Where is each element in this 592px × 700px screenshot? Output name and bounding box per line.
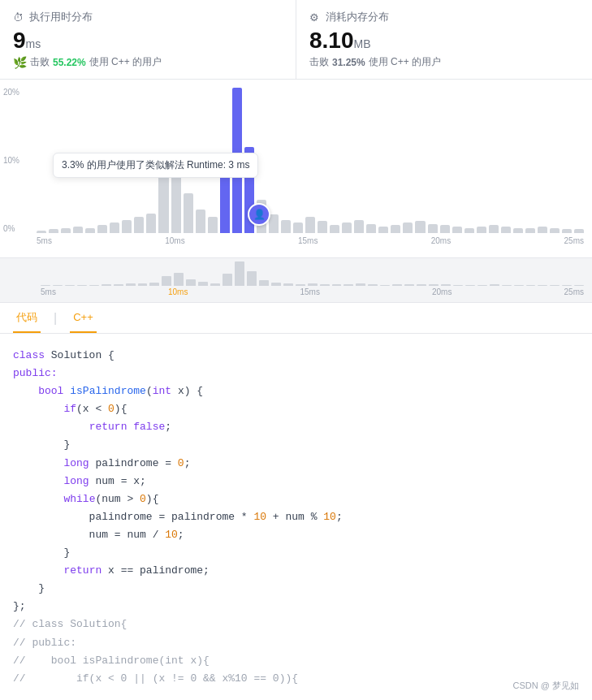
chart-bar <box>196 210 205 233</box>
x-label-10ms: 10ms <box>165 236 184 254</box>
chart-bar <box>342 223 352 233</box>
mini-chart-bar <box>320 284 330 286</box>
chart-bar <box>208 217 218 233</box>
code-line: // class Solution{ <box>13 616 579 633</box>
y-axis: 20% 10% 0% <box>0 80 28 257</box>
mini-chart-bar <box>89 285 99 286</box>
mini-x-axis: 5ms 10ms 15ms 20ms 25ms <box>0 286 592 300</box>
mini-chart-bar <box>562 285 572 286</box>
chart-bar <box>513 228 523 234</box>
mini-chart-bar <box>259 280 269 286</box>
code-line: } <box>13 544 579 562</box>
mini-chart-bar <box>441 284 451 286</box>
mini-chart-bar <box>574 285 584 286</box>
memory-value: 8.10MB <box>309 29 576 52</box>
mini-chart-bar <box>404 284 414 286</box>
chart-bar <box>281 220 291 233</box>
x-label-5ms: 5ms <box>37 236 52 254</box>
chart-bar <box>525 228 535 234</box>
mini-chart-bar <box>308 283 318 286</box>
mini-chart-bar <box>198 282 208 286</box>
mini-x-25ms: 25ms <box>564 287 584 300</box>
runtime-chart: 20% 10% 0% 3.3% 的用户使用了类似解法 Runtime: 3 ms… <box>0 80 592 258</box>
mini-chart: 5ms 10ms 15ms 20ms 25ms <box>0 258 592 303</box>
watermark: CSDN @ 梦见如 <box>513 680 579 692</box>
code-tabs: 代码 | C++ <box>0 303 592 334</box>
code-line: if(x < 0){ <box>13 400 579 418</box>
leaf-icon: 🌿 <box>13 56 27 69</box>
code-line: class Solution { <box>13 347 579 365</box>
x-axis: 5ms 10ms 15ms 20ms 25ms <box>28 233 592 254</box>
mini-chart-bar <box>247 271 257 286</box>
mini-chart-bar <box>344 284 353 286</box>
chart-bar <box>501 227 511 233</box>
code-line: long num = x; <box>13 473 579 490</box>
mini-chart-bar <box>271 283 281 286</box>
code-block: class Solution {public: bool isPalindrom… <box>0 334 592 700</box>
mini-chart-bar <box>114 284 123 286</box>
runtime-value: 9ms <box>13 29 279 52</box>
mini-chart-bar <box>41 285 50 286</box>
chart-bar <box>146 214 156 233</box>
code-line: // if(x < 0 || (x != 0 && x%10 == 0)){ <box>13 670 579 688</box>
x-label-20ms: 20ms <box>431 236 451 254</box>
top-panel: ⏱ 执行用时分布 9ms 🌿 击败 55.22% 使用 C++ 的用户 ⚙ 消耗… <box>0 0 592 80</box>
mini-x-15ms: 15ms <box>300 287 319 300</box>
chart-bar <box>452 227 462 233</box>
mini-chart-bar <box>465 285 475 286</box>
code-line: } <box>13 580 579 598</box>
code-line: return false; <box>13 418 579 436</box>
chart-bar <box>415 221 425 233</box>
runtime-title: ⏱ 执行用时分布 <box>13 10 279 24</box>
mini-chart-bar <box>186 279 196 286</box>
chart-bar <box>366 224 376 233</box>
runtime-sub: 🌿 击败 55.22% 使用 C++ 的用户 <box>13 55 279 69</box>
chart-bar <box>378 227 388 233</box>
mini-chart-bar <box>477 285 487 286</box>
mini-chart-bar <box>538 285 547 286</box>
code-line: while(num > 0){ <box>13 490 579 508</box>
chart-bar <box>85 228 95 234</box>
memory-block: ⚙ 消耗内存分布 8.10MB 击败 31.25% 使用 C++ 的用户 <box>296 0 592 79</box>
mini-chart-bar <box>356 283 365 286</box>
chart-bar <box>184 193 193 233</box>
mini-chart-bar <box>235 261 244 286</box>
code-line: bool isPalindrome(int x) { <box>13 382 579 400</box>
chart-bar <box>354 220 364 233</box>
chart-bar <box>465 228 474 234</box>
mini-x-20ms: 20ms <box>432 287 452 300</box>
mini-chart-bar <box>174 273 184 286</box>
chart-bar <box>330 225 339 233</box>
mini-chart-bar <box>392 284 402 286</box>
x-label-15ms: 15ms <box>298 236 318 254</box>
code-line: // public: <box>13 634 579 652</box>
clock-icon: ⏱ <box>13 11 24 23</box>
code-line: return x == palindrome; <box>13 562 579 580</box>
mini-chart-bar <box>77 285 87 286</box>
chart-bar <box>158 174 168 233</box>
mini-chart-bar <box>502 285 512 286</box>
mini-chart-bar <box>162 276 171 286</box>
mini-chart-bar <box>126 283 136 286</box>
chart-bar <box>477 227 486 233</box>
chart-bar <box>49 229 58 233</box>
chart-bar <box>403 223 413 233</box>
chart-bar <box>562 229 572 233</box>
mini-chart-bar <box>210 283 220 286</box>
mini-bars <box>0 258 592 286</box>
mini-chart-bar <box>526 285 536 286</box>
mini-chart-bar <box>417 284 426 286</box>
tab-code[interactable]: 代码 <box>13 303 41 333</box>
chart-bar <box>61 228 71 234</box>
chart-bar <box>110 223 119 233</box>
code-line: num = num / 10; <box>13 526 579 544</box>
mini-chart-bar <box>283 283 293 286</box>
mini-chart-bar <box>368 284 378 286</box>
mini-chart-bar <box>429 284 439 286</box>
tab-lang[interactable]: C++ <box>70 303 97 333</box>
mini-chart-bar <box>53 285 63 286</box>
runtime-block: ⏱ 执行用时分布 9ms 🌿 击败 55.22% 使用 C++ 的用户 <box>0 0 296 79</box>
mini-chart-bar <box>65 285 75 286</box>
chart-bar <box>73 227 83 233</box>
code-line: }; <box>13 598 579 616</box>
